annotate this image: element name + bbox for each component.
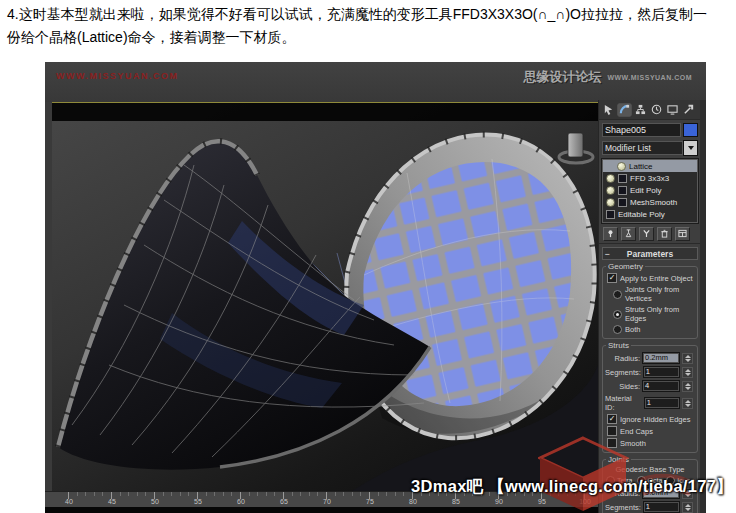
display-tab-icon[interactable]: [665, 103, 680, 117]
frame-number: 90: [495, 498, 503, 505]
tutorial-text-line2: 份给个晶格(Lattice)命令，接着调整一下材质。: [7, 26, 731, 49]
struts-only-radio[interactable]: Struts Only from Edges: [613, 305, 695, 323]
radio-icon[interactable]: [613, 290, 622, 299]
spinner-control[interactable]: [682, 381, 693, 392]
struts-segments-row: Segments: 1: [605, 366, 693, 378]
utilities-tab-icon[interactable]: [681, 103, 696, 117]
visibility-bulb-icon[interactable]: [606, 186, 615, 195]
frame-number: 65: [280, 498, 288, 505]
stack-toolbar: [599, 224, 701, 244]
remove-modifier-icon[interactable]: [657, 227, 672, 241]
frame-number: 75: [366, 498, 374, 505]
modifier-list-row: Modifier List: [599, 138, 701, 158]
object-name-row: Shape005: [599, 120, 701, 138]
apply-to-entire-object-checkbox[interactable]: Apply to Entire Object: [607, 273, 695, 283]
perspective-viewport[interactable]: [52, 102, 598, 491]
spinner-control[interactable]: [682, 367, 693, 378]
stack-item-editable-poly[interactable]: Editable Poly: [603, 208, 697, 220]
frame-number: 50: [151, 498, 159, 505]
scene-gizmo-icon: [559, 133, 593, 163]
create-tab-icon[interactable]: [601, 103, 616, 117]
frame-number: 85: [452, 498, 460, 505]
struts-radius-field[interactable]: 0.2mm: [642, 352, 680, 364]
stack-item-label: Edit Poly: [630, 186, 662, 195]
frame-number: 40: [65, 498, 73, 505]
pin-stack-icon[interactable]: [603, 227, 618, 241]
collapse-icon: −: [603, 249, 612, 259]
stack-item-edit-poly[interactable]: Edit Poly: [603, 184, 697, 196]
both-radio[interactable]: Both: [613, 325, 695, 334]
linecg-logo-watermark: [538, 436, 708, 513]
stack-item-label: FFD 3x3x3: [630, 174, 669, 183]
radio-icon[interactable]: [613, 325, 622, 334]
viewport-scene: [52, 103, 598, 491]
geometry-group: Geometry Apply to Entire Object Joints O…: [602, 266, 698, 339]
modifier-icon: [618, 174, 627, 183]
forum-url-watermark: WWW.MISSYUAN.COM: [607, 74, 692, 81]
make-unique-icon[interactable]: [639, 227, 654, 241]
struts-sides-field[interactable]: 4: [642, 380, 680, 392]
struts-segments-field[interactable]: 1: [643, 366, 680, 378]
modifier-icon: [618, 198, 627, 207]
configure-modifier-sets-icon[interactable]: [675, 227, 690, 241]
visibility-bulb-icon[interactable]: [606, 198, 615, 207]
show-end-result-icon[interactable]: [621, 227, 636, 241]
checkbox-icon[interactable]: [607, 414, 617, 424]
modifier-icon: [618, 186, 627, 195]
end-caps-checkbox[interactable]: End Caps: [607, 426, 695, 436]
dropdown-arrow-icon[interactable]: [683, 140, 698, 156]
checkbox-icon[interactable]: [607, 273, 617, 283]
parameters-rollout-header[interactable]: − Parameters: [602, 247, 698, 260]
stack-item-label: Editable Poly: [618, 210, 665, 219]
modifier-stack: Lattice FFD 3x3x3 Edit Poly MeshSmooth E…: [602, 159, 698, 223]
window-top-bar: WWW.MISSYUAN.COM 思缘设计论坛 WWW.MISSYUAN.COM: [45, 62, 706, 102]
motion-tab-icon[interactable]: [649, 103, 664, 117]
radio-icon[interactable]: [613, 310, 622, 319]
hierarchy-tab-icon[interactable]: [633, 103, 648, 117]
visibility-bulb-icon[interactable]: [606, 174, 615, 183]
frame-number: 70: [323, 498, 331, 505]
stack-item-meshsmooth[interactable]: MeshSmooth: [603, 196, 697, 208]
struts-sides-row: Sides: 4: [605, 380, 693, 392]
forum-watermark: 思缘设计论坛 WWW.MISSYUAN.COM: [523, 68, 692, 86]
modify-tab-icon[interactable]: [617, 103, 632, 117]
visibility-bulb-icon[interactable]: [617, 162, 626, 171]
status-bar-strip: [45, 507, 598, 513]
top-left-watermark: WWW.MISSYUAN.COM: [56, 71, 179, 81]
command-panel-tabs: [599, 100, 701, 120]
tutorial-text: 4.这时基本型就出来啦，如果觉得不好看可以试试，充满魔性的变形工具FFD3X3X…: [7, 3, 731, 49]
forum-name-watermark: 思缘设计论坛: [523, 68, 601, 86]
struts-material-id-field[interactable]: 1: [644, 397, 681, 409]
stack-item-label: MeshSmooth: [630, 198, 677, 207]
bottom-caption-watermark: 3Dmax吧 【www.linecg.com/tieba/177】: [411, 476, 733, 498]
stack-item-ffd[interactable]: FFD 3x3x3: [603, 172, 697, 184]
ignore-hidden-edges-checkbox[interactable]: Ignore Hidden Edges: [607, 414, 695, 424]
modifier-list-dropdown[interactable]: Modifier List: [602, 141, 683, 155]
tutorial-text-line1: 4.这时基本型就出来啦，如果觉得不好看可以试试，充满魔性的变形工具FFD3X3X…: [7, 3, 731, 26]
spinner-control[interactable]: [682, 353, 693, 364]
stack-item-label: Lattice: [629, 162, 653, 171]
object-name-field[interactable]: Shape005: [602, 123, 681, 137]
modifier-icon: [606, 210, 615, 219]
joints-only-radio[interactable]: Joints Only from Vertices: [613, 285, 695, 303]
struts-radius-row: Radius: 0.2mm: [605, 352, 693, 364]
spinner-control[interactable]: [682, 398, 693, 409]
frame-number: 60: [237, 498, 245, 505]
frame-number: 45: [108, 498, 116, 505]
checkbox-icon[interactable]: [607, 426, 617, 436]
struts-material-id-row: Material ID: 1: [605, 394, 693, 412]
stack-item-lattice[interactable]: Lattice: [603, 160, 697, 172]
object-color-swatch[interactable]: [683, 123, 698, 137]
frame-number: 80: [409, 498, 417, 505]
frame-number: 55: [194, 498, 202, 505]
